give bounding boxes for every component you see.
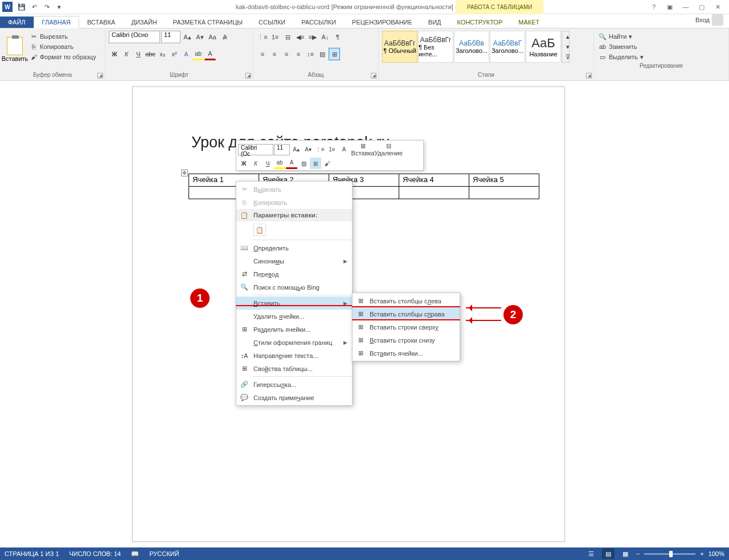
decrease-indent-icon[interactable]: ◀≡ bbox=[294, 31, 306, 43]
align-right-icon[interactable]: ≡ bbox=[281, 48, 292, 60]
font-name-select[interactable]: Calibri (Осно bbox=[109, 31, 160, 43]
mini-bold-button[interactable]: Ж bbox=[238, 158, 249, 169]
numbering-icon[interactable]: 1≡ bbox=[269, 31, 281, 43]
style-normal[interactable]: АаБбВвГг¶ Обычный bbox=[382, 31, 417, 63]
mini-font-color-button[interactable]: A bbox=[286, 158, 297, 169]
save-icon[interactable]: 💾 bbox=[16, 1, 27, 13]
maximize-icon[interactable]: ▢ bbox=[696, 1, 707, 13]
select-button[interactable]: ▭Выделить ▾ bbox=[597, 52, 725, 61]
style-no-spacing[interactable]: АаБбВвГг¶ Без инте... bbox=[418, 31, 453, 63]
word-count[interactable]: ЧИСЛО СЛОВ: 14 bbox=[69, 550, 121, 557]
highlight-button[interactable]: ab bbox=[193, 48, 204, 60]
tab-review[interactable]: РЕЦЕНЗИРОВАНИЕ bbox=[344, 17, 420, 28]
bullets-icon[interactable]: ⋮≡ bbox=[257, 31, 268, 43]
cm-insert[interactable]: Вставить▶ bbox=[236, 297, 352, 310]
table-cell[interactable] bbox=[469, 187, 539, 199]
font-dialog-launcher[interactable]: ◢ bbox=[245, 73, 251, 79]
mini-insert-button[interactable]: ⊞Вставка bbox=[350, 142, 375, 157]
cm-hyperlink[interactable]: 🔗Гиперссылка... bbox=[236, 378, 352, 391]
cm-table-properties[interactable]: ⊞Свойства таблицы... bbox=[236, 362, 352, 375]
mini-borders-button[interactable]: ⊞ bbox=[310, 158, 321, 169]
mini-font-size[interactable]: 11 bbox=[274, 144, 290, 155]
mini-bullets-icon[interactable]: ⋮≡ bbox=[314, 144, 326, 155]
tab-file[interactable]: ФАЙЛ bbox=[0, 17, 34, 28]
styles-gallery[interactable]: АаБбВвГг¶ Обычный АаБбВвГг¶ Без инте... … bbox=[382, 31, 570, 68]
style-heading2[interactable]: АаБбВвГЗаголово... bbox=[490, 31, 525, 63]
mini-shrink-font-icon[interactable]: A▾ bbox=[302, 144, 314, 155]
grow-font-icon[interactable]: A▴ bbox=[182, 31, 193, 43]
web-layout-icon[interactable]: ▦ bbox=[619, 549, 632, 559]
format-painter-button[interactable]: 🖌Формат по образцу bbox=[28, 52, 97, 61]
subscript-button[interactable]: x₂ bbox=[157, 48, 168, 60]
minimize-icon[interactable]: — bbox=[680, 1, 691, 13]
borders-icon[interactable]: ⊞ bbox=[329, 48, 340, 60]
cm-new-comment[interactable]: 💬Создать примечание bbox=[236, 391, 352, 404]
style-title[interactable]: АаБНазвание bbox=[526, 31, 561, 63]
paragraph-dialog-launcher[interactable]: ◢ bbox=[371, 73, 376, 79]
styles-scroll-down-icon[interactable]: ▾ bbox=[562, 42, 574, 52]
cm-delete-cells[interactable]: Удалить ячейки... bbox=[236, 310, 352, 323]
tab-table-layout[interactable]: МАКЕТ bbox=[510, 17, 547, 28]
sm-insert-cells[interactable]: ⊞Вставить ячейки... bbox=[353, 347, 460, 360]
multilevel-list-icon[interactable]: ⊟ bbox=[282, 31, 293, 43]
show-marks-icon[interactable]: ¶ bbox=[332, 31, 343, 43]
text-effects-button[interactable]: A bbox=[181, 48, 192, 60]
align-center-icon[interactable]: ≡ bbox=[269, 48, 280, 60]
change-case-icon[interactable]: Aa bbox=[207, 31, 218, 43]
mini-font-name[interactable]: Calibri (Ос bbox=[238, 144, 273, 155]
cm-translate[interactable]: ⇄Перевод bbox=[236, 267, 352, 281]
print-layout-icon[interactable]: ▤ bbox=[602, 549, 615, 559]
mini-underline-button[interactable]: Ч bbox=[262, 158, 273, 169]
close-icon[interactable]: ✕ bbox=[712, 1, 723, 13]
sm-cols-left[interactable]: ⊞Вставить столбцы слева bbox=[353, 294, 460, 307]
zoom-thumb[interactable] bbox=[669, 551, 673, 557]
tab-references[interactable]: ССЫЛКИ bbox=[251, 17, 293, 28]
style-heading1[interactable]: АаБбВвЗаголово... bbox=[454, 31, 489, 63]
strikethrough-button[interactable]: abc bbox=[145, 48, 156, 60]
cm-border-styles[interactable]: Стили оформления границ▶ bbox=[236, 336, 352, 349]
page-indicator[interactable]: СТРАНИЦА 1 ИЗ 1 bbox=[5, 550, 59, 557]
font-size-select[interactable]: 11 bbox=[161, 31, 181, 43]
mini-italic-button[interactable]: К bbox=[250, 158, 261, 169]
styles-dialog-launcher[interactable]: ◢ bbox=[586, 73, 592, 79]
tab-insert[interactable]: ВСТАВКА bbox=[79, 17, 123, 28]
tab-table-design[interactable]: КОНСТРУКТОР bbox=[449, 17, 511, 28]
replace-button[interactable]: abЗаменить bbox=[597, 42, 725, 51]
line-spacing-icon[interactable]: ↕≡ bbox=[305, 48, 316, 60]
ribbon-display-icon[interactable]: ▣ bbox=[664, 1, 675, 13]
cm-synonyms[interactable]: Синонимы▶ bbox=[236, 254, 352, 267]
shrink-font-icon[interactable]: A▾ bbox=[194, 31, 206, 43]
table-cell[interactable]: Ячейка 4 bbox=[399, 174, 469, 187]
sm-cols-right[interactable]: ⊞Вставить столбцы справа bbox=[353, 307, 460, 320]
underline-button[interactable]: Ч bbox=[133, 48, 144, 60]
table-cell[interactable] bbox=[399, 187, 469, 199]
shading-icon[interactable]: ▨ bbox=[317, 48, 328, 60]
cm-define[interactable]: 📖Определить bbox=[236, 241, 352, 254]
align-left-icon[interactable]: ≡ bbox=[257, 48, 268, 60]
zoom-in-icon[interactable]: + bbox=[700, 550, 703, 557]
zoom-out-icon[interactable]: − bbox=[636, 550, 640, 557]
styles-expand-icon[interactable]: ⊽ bbox=[562, 52, 574, 62]
redo-icon[interactable]: ↷ bbox=[41, 1, 52, 13]
mini-delete-button[interactable]: ⊟Удаление bbox=[376, 142, 401, 157]
cm-cut[interactable]: ✂Вырезать bbox=[236, 183, 352, 196]
mini-numbering-icon[interactable]: 1≡ bbox=[326, 144, 338, 155]
table-move-handle[interactable]: ✥ bbox=[181, 170, 188, 176]
tab-design[interactable]: ДИЗАЙН bbox=[123, 17, 165, 28]
find-button[interactable]: 🔍Найти ▾ bbox=[597, 32, 725, 41]
zoom-slider[interactable] bbox=[644, 553, 695, 555]
cm-paste-option[interactable]: 📋 bbox=[236, 221, 352, 238]
language-indicator[interactable]: РУССКИЙ bbox=[149, 550, 179, 557]
sort-icon[interactable]: A↓ bbox=[320, 31, 331, 43]
cm-text-direction[interactable]: ↕AНаправление текста... bbox=[236, 349, 352, 362]
italic-button[interactable]: К bbox=[121, 48, 132, 60]
sm-rows-below[interactable]: ⊞Вставить строки снизу bbox=[353, 333, 460, 347]
tab-view[interactable]: ВИД bbox=[420, 17, 449, 28]
mini-highlight-button[interactable]: ab bbox=[274, 158, 285, 169]
cm-split-cells[interactable]: ⊞Разделить ячейки... bbox=[236, 323, 352, 336]
cm-copy[interactable]: ⎘Копировать bbox=[236, 196, 352, 209]
sm-rows-above[interactable]: ⊞Вставить строки сверху bbox=[353, 320, 460, 333]
tab-mailings[interactable]: РАССЫЛКИ bbox=[293, 17, 344, 28]
spellcheck-icon[interactable]: 📖 bbox=[131, 550, 139, 558]
paste-button[interactable]: Вставить bbox=[3, 31, 26, 68]
